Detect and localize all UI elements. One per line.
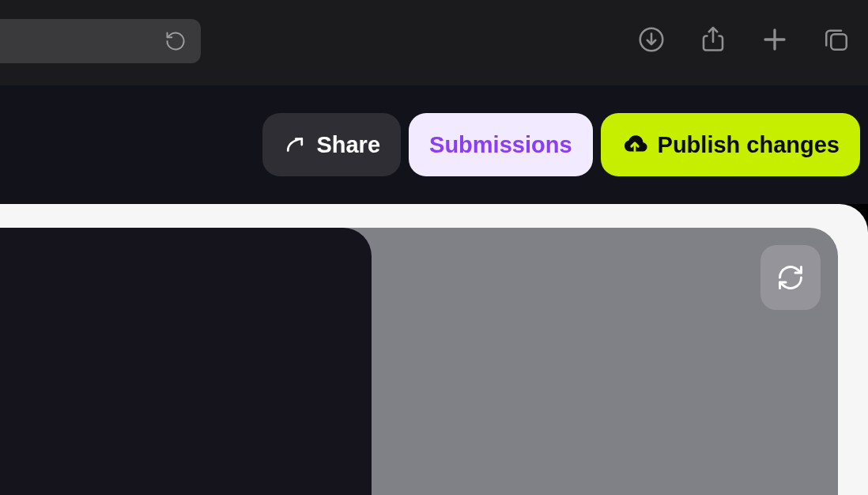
share-icon[interactable] xyxy=(699,25,727,54)
submissions-button-label: Submissions xyxy=(429,134,572,157)
preview-panel-left xyxy=(0,228,372,495)
cloud-upload-icon xyxy=(621,131,648,158)
address-bar[interactable] xyxy=(0,19,201,63)
preview-card xyxy=(0,228,838,495)
svg-rect-4 xyxy=(831,34,847,50)
share-arrow-icon xyxy=(283,133,307,157)
browser-toolbar-actions xyxy=(637,25,851,54)
refresh-icon[interactable] xyxy=(164,30,187,52)
publish-button-label: Publish changes xyxy=(658,134,840,157)
browser-chrome xyxy=(0,0,868,85)
share-button[interactable]: Share xyxy=(262,113,401,176)
app-toolbar: Share Submissions Publish changes xyxy=(0,85,868,204)
publish-button[interactable]: Publish changes xyxy=(601,113,860,176)
share-button-label: Share xyxy=(316,134,380,157)
tabs-icon[interactable] xyxy=(822,25,851,54)
sync-icon xyxy=(776,263,805,292)
submissions-button[interactable]: Submissions xyxy=(409,113,593,176)
sync-button[interactable] xyxy=(760,245,821,310)
content-area xyxy=(0,204,868,495)
new-tab-icon[interactable] xyxy=(760,25,789,54)
downloads-icon[interactable] xyxy=(637,25,666,54)
